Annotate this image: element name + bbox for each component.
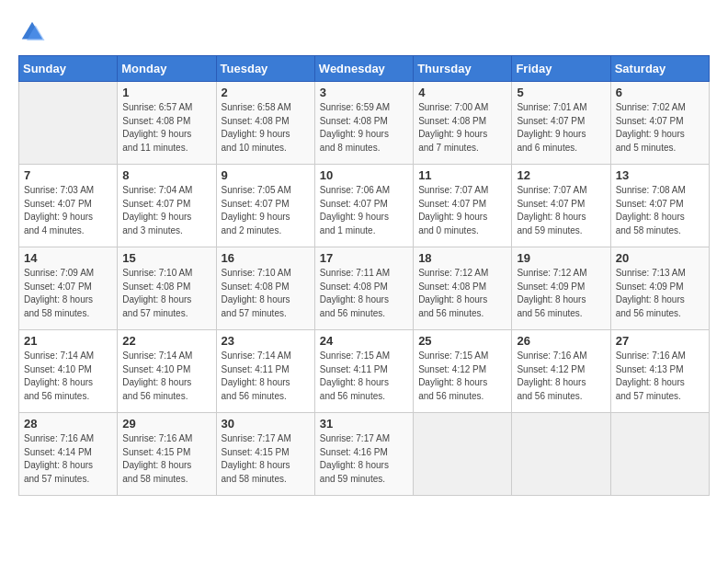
day-number: 12 — [517, 168, 605, 182]
day-info: Sunrise: 7:05 AM Sunset: 4:07 PM Dayligh… — [222, 184, 310, 237]
day-info: Sunrise: 7:14 AM Sunset: 4:10 PM Dayligh… — [122, 350, 210, 403]
day-header-friday: Friday — [512, 56, 610, 82]
day-number: 13 — [616, 168, 704, 182]
day-number: 7 — [24, 168, 112, 182]
day-info: Sunrise: 7:15 AM Sunset: 4:11 PM Dayligh… — [320, 350, 408, 403]
day-info: Sunrise: 7:17 AM Sunset: 4:16 PM Dayligh… — [320, 432, 408, 486]
day-cell: 8Sunrise: 7:04 AM Sunset: 4:07 PM Daylig… — [118, 165, 216, 247]
day-info: Sunrise: 7:13 AM Sunset: 4:09 PM Dayligh… — [616, 267, 704, 320]
day-cell: 19Sunrise: 7:12 AM Sunset: 4:09 PM Dayli… — [512, 247, 610, 330]
day-cell — [414, 413, 512, 496]
day-info: Sunrise: 6:57 AM Sunset: 4:08 PM Dayligh… — [122, 101, 210, 155]
day-cell: 12Sunrise: 7:07 AM Sunset: 4:07 PM Dayli… — [512, 165, 610, 247]
day-info: Sunrise: 7:16 AM Sunset: 4:12 PM Dayligh… — [517, 350, 605, 403]
day-info: Sunrise: 6:59 AM Sunset: 4:08 PM Dayligh… — [320, 101, 408, 155]
calendar-table: SundayMondayTuesdayWednesdayThursdayFrid… — [18, 55, 710, 496]
day-cell — [512, 413, 610, 496]
day-header-thursday: Thursday — [414, 56, 512, 82]
day-number: 2 — [222, 86, 310, 99]
day-cell: 13Sunrise: 7:08 AM Sunset: 4:07 PM Dayli… — [610, 165, 709, 247]
day-info: Sunrise: 7:04 AM Sunset: 4:07 PM Dayligh… — [122, 184, 210, 237]
day-number: 3 — [320, 86, 408, 99]
day-cell: 25Sunrise: 7:15 AM Sunset: 4:12 PM Dayli… — [414, 330, 512, 413]
day-info: Sunrise: 7:12 AM Sunset: 4:08 PM Dayligh… — [418, 267, 506, 320]
day-cell — [610, 413, 709, 496]
day-number: 10 — [320, 168, 408, 182]
day-number: 23 — [222, 334, 310, 348]
day-info: Sunrise: 7:09 AM Sunset: 4:07 PM Dayligh… — [24, 267, 112, 320]
day-number: 17 — [320, 251, 408, 265]
day-number: 8 — [122, 168, 210, 182]
day-info: Sunrise: 7:10 AM Sunset: 4:08 PM Dayligh… — [222, 267, 310, 320]
day-header-monday: Monday — [118, 56, 216, 82]
day-cell: 1Sunrise: 6:57 AM Sunset: 4:08 PM Daylig… — [118, 82, 216, 165]
day-cell: 29Sunrise: 7:16 AM Sunset: 4:15 PM Dayli… — [118, 413, 216, 496]
day-info: Sunrise: 7:17 AM Sunset: 4:15 PM Dayligh… — [222, 432, 310, 486]
day-cell: 11Sunrise: 7:07 AM Sunset: 4:07 PM Dayli… — [414, 165, 512, 247]
day-info: Sunrise: 7:08 AM Sunset: 4:07 PM Dayligh… — [616, 184, 704, 237]
day-number: 31 — [320, 417, 408, 431]
day-number: 18 — [418, 251, 506, 265]
day-info: Sunrise: 7:02 AM Sunset: 4:07 PM Dayligh… — [616, 101, 704, 155]
day-info: Sunrise: 7:10 AM Sunset: 4:08 PM Dayligh… — [122, 267, 210, 320]
day-cell: 18Sunrise: 7:12 AM Sunset: 4:08 PM Dayli… — [414, 247, 512, 330]
day-number: 30 — [222, 417, 310, 431]
day-cell: 21Sunrise: 7:14 AM Sunset: 4:10 PM Dayli… — [19, 330, 118, 413]
day-info: Sunrise: 7:12 AM Sunset: 4:09 PM Dayligh… — [517, 267, 605, 320]
day-cell: 24Sunrise: 7:15 AM Sunset: 4:11 PM Dayli… — [314, 330, 413, 413]
day-info: Sunrise: 7:01 AM Sunset: 4:07 PM Dayligh… — [517, 101, 605, 155]
week-row-3: 21Sunrise: 7:14 AM Sunset: 4:10 PM Dayli… — [19, 330, 710, 413]
day-cell: 6Sunrise: 7:02 AM Sunset: 4:07 PM Daylig… — [610, 82, 709, 165]
day-info: Sunrise: 7:00 AM Sunset: 4:08 PM Dayligh… — [418, 101, 506, 155]
logo-icon — [18, 18, 46, 46]
day-cell: 26Sunrise: 7:16 AM Sunset: 4:12 PM Dayli… — [512, 330, 610, 413]
day-info: Sunrise: 7:16 AM Sunset: 4:13 PM Dayligh… — [616, 350, 704, 403]
day-cell: 16Sunrise: 7:10 AM Sunset: 4:08 PM Dayli… — [216, 247, 314, 330]
day-header-saturday: Saturday — [610, 56, 709, 82]
calendar-header-row: SundayMondayTuesdayWednesdayThursdayFrid… — [19, 56, 710, 82]
day-cell: 10Sunrise: 7:06 AM Sunset: 4:07 PM Dayli… — [314, 165, 413, 247]
day-number: 1 — [122, 86, 210, 99]
day-cell: 14Sunrise: 7:09 AM Sunset: 4:07 PM Dayli… — [19, 247, 118, 330]
day-number: 21 — [24, 334, 112, 348]
day-number: 19 — [517, 251, 605, 265]
header — [18, 18, 710, 46]
day-cell: 20Sunrise: 7:13 AM Sunset: 4:09 PM Dayli… — [610, 247, 709, 330]
day-number: 29 — [122, 417, 210, 431]
week-row-0: 1Sunrise: 6:57 AM Sunset: 4:08 PM Daylig… — [19, 82, 710, 165]
day-number: 24 — [320, 334, 408, 348]
logo — [18, 18, 50, 46]
day-cell: 9Sunrise: 7:05 AM Sunset: 4:07 PM Daylig… — [216, 165, 314, 247]
day-info: Sunrise: 7:07 AM Sunset: 4:07 PM Dayligh… — [418, 184, 506, 237]
day-header-wednesday: Wednesday — [314, 56, 413, 82]
day-number: 28 — [24, 417, 112, 431]
day-number: 11 — [418, 168, 506, 182]
day-cell: 3Sunrise: 6:59 AM Sunset: 4:08 PM Daylig… — [314, 82, 413, 165]
day-number: 16 — [222, 251, 310, 265]
day-number: 20 — [616, 251, 704, 265]
day-cell: 15Sunrise: 7:10 AM Sunset: 4:08 PM Dayli… — [118, 247, 216, 330]
week-row-4: 28Sunrise: 7:16 AM Sunset: 4:14 PM Dayli… — [19, 413, 710, 496]
day-number: 22 — [122, 334, 210, 348]
day-number: 27 — [616, 334, 704, 348]
day-cell: 22Sunrise: 7:14 AM Sunset: 4:10 PM Dayli… — [118, 330, 216, 413]
day-info: Sunrise: 7:07 AM Sunset: 4:07 PM Dayligh… — [517, 184, 605, 237]
day-cell: 4Sunrise: 7:00 AM Sunset: 4:08 PM Daylig… — [414, 82, 512, 165]
week-row-2: 14Sunrise: 7:09 AM Sunset: 4:07 PM Dayli… — [19, 247, 710, 330]
day-header-tuesday: Tuesday — [216, 56, 314, 82]
day-cell: 7Sunrise: 7:03 AM Sunset: 4:07 PM Daylig… — [19, 165, 118, 247]
day-cell: 2Sunrise: 6:58 AM Sunset: 4:08 PM Daylig… — [216, 82, 314, 165]
day-info: Sunrise: 7:14 AM Sunset: 4:11 PM Dayligh… — [222, 350, 310, 403]
day-cell: 23Sunrise: 7:14 AM Sunset: 4:11 PM Dayli… — [216, 330, 314, 413]
day-number: 15 — [122, 251, 210, 265]
day-header-sunday: Sunday — [19, 56, 118, 82]
day-number: 26 — [517, 334, 605, 348]
day-number: 5 — [517, 86, 605, 99]
day-cell: 30Sunrise: 7:17 AM Sunset: 4:15 PM Dayli… — [216, 413, 314, 496]
day-number: 9 — [222, 168, 310, 182]
day-info: Sunrise: 7:15 AM Sunset: 4:12 PM Dayligh… — [418, 350, 506, 403]
day-number: 25 — [418, 334, 506, 348]
day-info: Sunrise: 7:06 AM Sunset: 4:07 PM Dayligh… — [320, 184, 408, 237]
day-cell: 28Sunrise: 7:16 AM Sunset: 4:14 PM Dayli… — [19, 413, 118, 496]
week-row-1: 7Sunrise: 7:03 AM Sunset: 4:07 PM Daylig… — [19, 165, 710, 247]
